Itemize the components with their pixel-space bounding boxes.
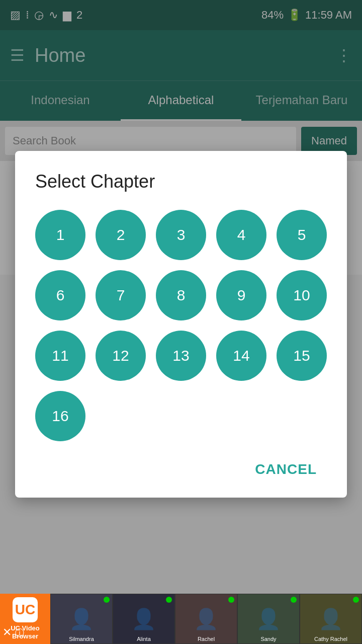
thumb-name-5: Cathy Rachel	[301, 636, 360, 642]
ad-close-button[interactable]: ✕	[3, 626, 12, 639]
ad-thumb-1[interactable]: 👤 Silmandra	[50, 594, 113, 644]
chapter-btn-5[interactable]: 5	[277, 210, 327, 260]
chapter-btn-3[interactable]: 3	[156, 210, 206, 260]
chapter-btn-6[interactable]: 6	[35, 270, 85, 320]
online-dot-1	[104, 597, 110, 603]
ad-thumb-2[interactable]: 👤 Alinta	[113, 594, 175, 644]
chapter-btn-13[interactable]: 13	[156, 331, 206, 381]
chapter-btn-10[interactable]: 10	[277, 270, 327, 320]
ad-bar: UC UC VideoBrowser 👤 Silmandra 👤 Alinta …	[0, 594, 362, 644]
online-dot-2	[166, 597, 172, 603]
online-dot-5	[353, 597, 359, 603]
chapter-btn-7[interactable]: 7	[96, 270, 146, 320]
chapter-btn-1[interactable]: 1	[35, 210, 85, 260]
chapter-btn-9[interactable]: 9	[216, 270, 266, 320]
online-dot-3	[228, 597, 234, 603]
ad-thumb-5[interactable]: 👤 Cathy Rachel	[300, 594, 362, 644]
chapter-btn-16[interactable]: 16	[35, 391, 85, 441]
chapter-btn-12[interactable]: 12	[96, 331, 146, 381]
thumb-name-3: Rachel	[176, 636, 236, 642]
ad-thumb-4[interactable]: 👤 Sandy	[237, 594, 300, 644]
dialog-title: Select Chapter	[35, 171, 327, 192]
chapter-btn-4[interactable]: 4	[216, 210, 266, 260]
ad-thumb-3[interactable]: 👤 Rachel	[175, 594, 237, 644]
ad-thumbnails: 👤 Silmandra 👤 Alinta 👤 Rachel 👤 Sandy 👤 …	[50, 594, 362, 644]
ad-info-icon[interactable]: ⓘ	[15, 627, 24, 639]
dialog-actions: CANCEL	[35, 456, 327, 482]
chapter-grid: 1 2 3 4 5 6 7 8 9 10 11 12 13 14 15 16	[35, 210, 327, 441]
thumb-name-1: Silmandra	[52, 636, 111, 642]
chapter-btn-2[interactable]: 2	[96, 210, 146, 260]
thumb-name-4: Sandy	[239, 636, 298, 642]
cancel-button[interactable]: CANCEL	[245, 456, 327, 482]
thumb-name-2: Alinta	[114, 636, 173, 642]
online-dot-4	[291, 597, 297, 603]
chapter-btn-11[interactable]: 11	[35, 331, 85, 381]
chapter-btn-15[interactable]: 15	[277, 331, 327, 381]
uc-logo: UC	[13, 597, 38, 622]
chapter-btn-8[interactable]: 8	[156, 270, 206, 320]
chapter-btn-14[interactable]: 14	[216, 331, 266, 381]
select-chapter-dialog: Select Chapter 1 2 3 4 5 6 7 8 9 10 11 1…	[15, 151, 347, 498]
